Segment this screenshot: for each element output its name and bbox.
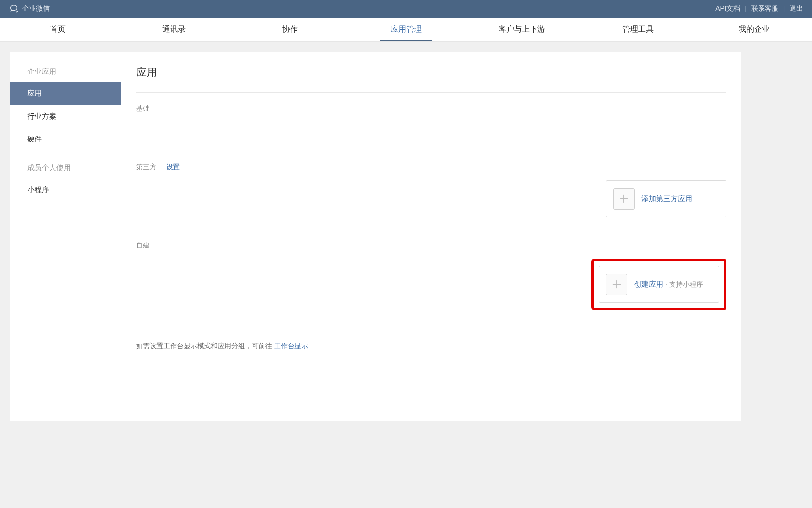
separator: | <box>783 5 785 12</box>
add-thirdparty-app-card[interactable]: 添加第三方应用 <box>606 180 726 217</box>
nav-home[interactable]: 首页 <box>0 18 116 41</box>
footer-note-text: 如需设置工作台显示模式和应用分组，可前往 <box>136 342 274 350</box>
contact-support-link[interactable]: 联系客服 <box>751 4 778 13</box>
logout-link[interactable]: 退出 <box>790 4 803 13</box>
svg-point-2 <box>16 11 17 12</box>
nav-collab[interactable]: 协作 <box>232 18 348 41</box>
brand: 企业微信 <box>9 3 50 14</box>
section-selfbuild: 自建 创建应用 · 支持小程序 <box>136 229 726 322</box>
plus-icon <box>613 188 635 210</box>
main-content: 应用 基础 第三方 设置 添加第三方应用 <box>121 52 741 421</box>
plus-icon <box>606 274 627 295</box>
api-docs-link[interactable]: API文档 <box>715 4 740 13</box>
sidebar-item-industry[interactable]: 行业方案 <box>10 105 121 128</box>
nav-contacts[interactable]: 通讯录 <box>116 18 232 41</box>
add-thirdparty-label: 添加第三方应用 <box>641 194 692 204</box>
svg-point-0 <box>17 10 17 11</box>
content-panel: 企业应用 应用 行业方案 硬件 成员个人使用 小程序 应用 基础 第三方 设置 <box>10 52 741 421</box>
create-app-sub: · 支持小程序 <box>665 280 703 288</box>
thirdparty-settings-link[interactable]: 设置 <box>166 163 180 172</box>
nav-tools[interactable]: 管理工具 <box>580 18 696 41</box>
wecom-logo-icon <box>9 3 19 14</box>
section-thirdparty-label: 第三方 <box>136 163 156 172</box>
footer-note: 如需设置工作台显示模式和应用分组，可前往 工作台显示 <box>136 322 726 350</box>
page-body: 企业应用 应用 行业方案 硬件 成员个人使用 小程序 应用 基础 第三方 设置 <box>0 42 812 421</box>
sidebar-item-apps[interactable]: 应用 <box>10 82 121 105</box>
sidebar-group-personal: 成员个人使用 <box>10 159 121 178</box>
main-nav: 首页 通讯录 协作 应用管理 客户与上下游 管理工具 我的企业 <box>0 18 812 42</box>
page-title: 应用 <box>136 65 726 93</box>
svg-point-1 <box>17 11 18 12</box>
nav-customers[interactable]: 客户与上下游 <box>464 18 580 41</box>
top-links: API文档 | 联系客服 | 退出 <box>715 4 803 13</box>
sidebar: 企业应用 应用 行业方案 硬件 成员个人使用 小程序 <box>10 52 121 421</box>
create-app-card[interactable]: 创建应用 · 支持小程序 <box>599 266 719 303</box>
sidebar-item-miniprogram[interactable]: 小程序 <box>10 178 121 201</box>
sidebar-item-hardware[interactable]: 硬件 <box>10 128 121 151</box>
section-basic: 基础 <box>136 93 726 151</box>
nav-apps[interactable]: 应用管理 <box>348 18 464 41</box>
create-app-label: 创建应用 <box>634 280 663 288</box>
sidebar-group-enterprise-apps: 企业应用 <box>10 63 121 82</box>
section-basic-label: 基础 <box>136 105 150 113</box>
section-thirdparty: 第三方 设置 添加第三方应用 <box>136 151 726 229</box>
workbench-display-link[interactable]: 工作台显示 <box>274 342 308 350</box>
nav-my-enterprise[interactable]: 我的企业 <box>696 18 812 41</box>
topbar: 企业微信 API文档 | 联系客服 | 退出 <box>0 0 812 18</box>
section-selfbuild-label: 自建 <box>136 241 150 250</box>
highlight-annotation: 创建应用 · 支持小程序 <box>591 259 726 310</box>
brand-text: 企业微信 <box>22 4 50 13</box>
separator: | <box>745 5 746 12</box>
